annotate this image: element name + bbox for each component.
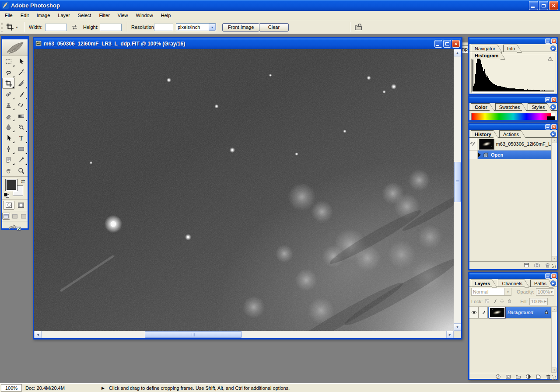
trash-icon[interactable] xyxy=(545,374,552,381)
vertical-scrollbar[interactable]: ▲ ▼ xyxy=(454,49,461,331)
horizontal-scroll-thumb[interactable] xyxy=(145,331,242,338)
fullscreen-mode-button[interactable] xyxy=(20,213,28,220)
panel-menu-button[interactable]: ▶ xyxy=(550,131,556,137)
history-state-row[interactable]: Open xyxy=(469,150,557,159)
tab-swatches[interactable]: Swatches xyxy=(495,103,522,110)
black-swatch[interactable] xyxy=(547,116,555,120)
palette-minimize-button[interactable] xyxy=(545,124,550,130)
lock-position-icon[interactable] xyxy=(499,298,505,305)
document-close-button[interactable]: × xyxy=(452,40,460,48)
swap-dimensions-icon[interactable] xyxy=(71,20,78,34)
image-canvas[interactable] xyxy=(34,49,454,331)
swap-colors-icon[interactable]: ⇄ xyxy=(21,178,25,184)
color-spectrum-ramp[interactable] xyxy=(471,113,555,120)
tab-channels[interactable]: Channels xyxy=(498,280,524,287)
path-selection-tool[interactable] xyxy=(2,133,15,144)
tab-histogram[interactable]: Histogram xyxy=(471,52,500,59)
palette-title-bar[interactable]: × xyxy=(469,97,557,103)
palette-close-button[interactable]: × xyxy=(551,273,556,279)
standard-screen-mode-button[interactable] xyxy=(2,213,10,220)
document-maximize-button[interactable] xyxy=(443,40,451,48)
eyedropper-tool[interactable] xyxy=(15,154,28,165)
layer-style-icon[interactable]: f xyxy=(495,374,501,381)
menu-select[interactable]: Select xyxy=(74,11,95,19)
scroll-up-arrow[interactable]: ▲ xyxy=(552,307,557,312)
active-layer-brush-icon[interactable] xyxy=(479,307,488,318)
width-input[interactable] xyxy=(45,24,67,31)
document-title-bar[interactable]: m63_050306_12i60mF_LR3_L_ddp.FIT @ 100% … xyxy=(34,38,461,49)
new-group-folder-icon[interactable] xyxy=(515,374,522,381)
palette-minimize-button[interactable] xyxy=(545,273,550,279)
warning-icon[interactable] xyxy=(547,56,553,62)
minimize-button[interactable] xyxy=(529,1,538,10)
resize-grip[interactable] xyxy=(552,264,556,268)
blend-mode-select[interactable]: Normal ▼ xyxy=(471,288,511,296)
zoom-level-field[interactable]: 100% xyxy=(1,384,22,392)
opacity-value[interactable]: 100%▶ xyxy=(536,288,554,296)
layer-mask-icon[interactable] xyxy=(505,374,511,381)
history-brush-tool[interactable] xyxy=(15,100,28,111)
menu-image[interactable]: Image xyxy=(33,11,54,19)
resolution-unit-select[interactable]: pixels/inch ▼ xyxy=(176,23,216,31)
close-button[interactable]: × xyxy=(549,1,558,10)
menu-window[interactable]: Window xyxy=(132,11,157,19)
pen-tool[interactable] xyxy=(2,144,15,154)
menu-view[interactable]: View xyxy=(114,11,132,19)
foreground-color-swatch[interactable] xyxy=(6,179,17,191)
palette-close-button[interactable]: × xyxy=(551,38,556,44)
scroll-up-arrow[interactable]: ▲ xyxy=(454,49,461,56)
hand-tool[interactable] xyxy=(2,165,15,176)
tab-history[interactable]: History xyxy=(471,130,494,137)
blur-tool[interactable] xyxy=(2,122,15,133)
document-size-indicator[interactable]: Doc: 20.4M/20.4M xyxy=(25,385,65,391)
restore-button[interactable] xyxy=(539,1,548,10)
type-tool[interactable]: T xyxy=(15,133,28,144)
fill-value[interactable]: 100%▶ xyxy=(529,298,548,305)
palette-restore-button[interactable] xyxy=(545,97,550,102)
dodge-tool[interactable] xyxy=(15,122,28,133)
healing-brush-tool[interactable] xyxy=(2,89,15,100)
menu-edit[interactable]: Edit xyxy=(17,11,33,19)
file-browser-icon[interactable] xyxy=(354,20,363,34)
gradient-tool[interactable] xyxy=(15,111,28,122)
layers-scrollbar[interactable]: ▲ ▼ xyxy=(551,307,557,373)
lasso-tool[interactable] xyxy=(2,67,15,78)
eraser-tool[interactable] xyxy=(2,111,15,122)
clear-button[interactable]: Clear xyxy=(259,23,289,32)
scroll-down-arrow[interactable]: ▼ xyxy=(552,368,557,373)
edit-in-imageready-button[interactable] xyxy=(4,223,25,231)
scroll-down-arrow[interactable]: ▼ xyxy=(552,256,557,261)
panel-menu-button[interactable]: ▶ xyxy=(550,46,556,51)
tool-preset-picker[interactable]: ▼ xyxy=(6,20,18,34)
scroll-left-arrow[interactable]: ◀ xyxy=(34,331,42,338)
lock-transparency-icon[interactable] xyxy=(484,298,490,305)
scroll-right-arrow[interactable]: ▶ xyxy=(446,331,454,338)
palette-title-bar[interactable]: × xyxy=(469,38,557,44)
tab-navigator[interactable]: Navigator xyxy=(471,45,497,52)
tab-layers[interactable]: Layers xyxy=(471,280,492,287)
lock-all-icon[interactable] xyxy=(507,298,512,305)
menu-filter[interactable]: Filter xyxy=(95,11,113,19)
zoom-tool[interactable] xyxy=(15,165,28,176)
scroll-up-arrow[interactable]: ▲ xyxy=(552,138,557,143)
fullscreen-menubar-mode-button[interactable] xyxy=(11,213,19,220)
adjustment-layer-icon[interactable] xyxy=(525,374,532,381)
front-image-button[interactable]: Front Image xyxy=(222,23,259,32)
history-brush-source-icon[interactable] xyxy=(469,138,477,150)
panel-menu-button[interactable]: ▶ xyxy=(550,104,556,110)
menu-file[interactable]: File xyxy=(1,11,17,19)
move-tool[interactable] xyxy=(15,56,28,67)
default-colors-icon[interactable] xyxy=(4,193,10,198)
brush-tool[interactable] xyxy=(15,89,28,100)
new-layer-icon[interactable] xyxy=(535,374,542,381)
document-minimize-button[interactable] xyxy=(434,40,442,48)
rectangular-marquee-tool[interactable] xyxy=(2,56,15,67)
options-bar-grip[interactable] xyxy=(1,22,3,32)
rectangle-tool[interactable] xyxy=(15,144,28,154)
resolution-input[interactable] xyxy=(154,24,173,31)
history-scrollbar[interactable]: ▲ ▼ xyxy=(551,138,557,261)
history-snapshot-row[interactable]: m63_050306_12i60mF_LR3... xyxy=(469,138,557,150)
menu-help[interactable]: Help xyxy=(157,11,175,19)
trash-icon[interactable] xyxy=(544,262,551,269)
history-source-checkbox[interactable] xyxy=(469,150,478,159)
